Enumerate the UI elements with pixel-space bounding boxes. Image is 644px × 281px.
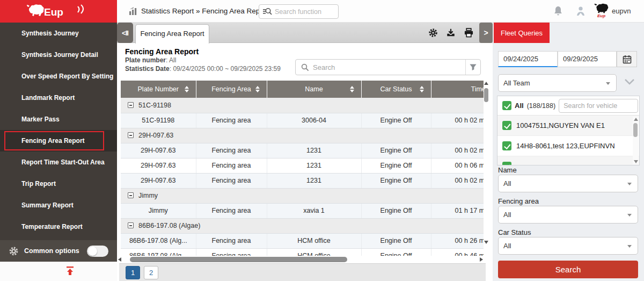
sidebar-item-label: Over Speed Report By Setting — [0, 66, 117, 87]
user-account-icon[interactable] — [575, 5, 586, 19]
vehicle-checkbox[interactable] — [502, 162, 511, 165]
table-search-input[interactable] — [313, 63, 460, 71]
table-horizontal-scrollbar[interactable] — [118, 257, 483, 263]
vehicle-scroll-thumb[interactable] — [633, 123, 638, 137]
column-header-fencing-area[interactable]: Fencing Area — [196, 81, 267, 98]
cell-car-status: Engine Off — [361, 233, 431, 248]
collapse-minus-icon[interactable] — [128, 102, 134, 108]
filter-select-name[interactable]: All — [498, 175, 638, 192]
vehicle-row[interactable]: 14H8-8061,test 123,EUPFINVN — [497, 136, 639, 156]
filter-select-car-status[interactable]: All — [498, 237, 638, 255]
horizontal-scroll-thumb[interactable] — [130, 257, 347, 262]
calendar-button[interactable] — [617, 51, 637, 67]
search-button[interactable]: Search — [498, 261, 638, 278]
table-row[interactable]: 29H-097.63Fencing area1231Engine Off00 h… — [121, 158, 484, 173]
sidebar-item-summary-report[interactable]: Summary Report — [0, 194, 117, 216]
collapse-minus-icon[interactable] — [128, 222, 134, 228]
app-logo[interactable]: Eup — [0, 0, 117, 23]
table-row[interactable]: 86B6-197.08 (Alg...Fencing areaHCM offic… — [121, 233, 484, 248]
scroll-up-arrow-icon[interactable] — [634, 118, 638, 121]
sort-down-icon — [420, 90, 424, 92]
vehicle-checkbox[interactable] — [502, 121, 511, 130]
sidebar-item-landmark-report[interactable]: Landmark Report — [0, 87, 117, 109]
sort-arrows-icon[interactable] — [350, 86, 354, 92]
app-header: Eup Statistics Report » Fencing Area Rep… — [0, 0, 644, 23]
table-row[interactable]: 51C-91198Fencing area3006-04Engine Off00… — [121, 113, 484, 128]
cell-car-status: Engine Off — [361, 173, 431, 188]
collapse-minus-icon[interactable] — [128, 192, 134, 198]
date-to-input[interactable]: 09/29/2025 — [558, 51, 617, 67]
page-button-2[interactable]: 2 — [144, 266, 158, 279]
date-from-input[interactable]: 09/24/2025 — [498, 51, 558, 67]
sidebar-item-synthesis-journey[interactable]: Synthesis Journey — [0, 23, 117, 44]
vehicle-label: 10047511,NGUYEN VAN E1 — [516, 121, 605, 129]
chevron-down-icon[interactable] — [623, 76, 636, 90]
scroll-down-arrow-icon[interactable] — [634, 160, 638, 163]
filter-select-fencing-area[interactable]: All — [498, 206, 638, 224]
collapse-sidebar-button[interactable]: <II — [117, 23, 133, 43]
sidebar-item-label: Synthesis Journey — [0, 23, 117, 44]
table-search-box[interactable] — [296, 63, 465, 71]
table-row[interactable]: 29H-097.63Fencing area1231Engine Off00 h… — [121, 173, 484, 188]
select-all-checkbox[interactable] — [502, 101, 511, 110]
column-header-plate-number[interactable]: Plate Number — [121, 81, 196, 98]
vehicle-row[interactable] — [497, 156, 639, 165]
vertical-scroll-thumb[interactable] — [484, 88, 488, 102]
common-options-toggle[interactable] — [87, 246, 108, 257]
table-group-row[interactable]: Jimmy — [121, 188, 484, 203]
cell-fencing-area: Fencing area — [196, 143, 267, 158]
table-row[interactable]: 29H-097.63Fencing area1231Engine Off00 h… — [121, 143, 484, 158]
sidebar-item-synthesis-journey-detail[interactable]: Synthesis Journey Detail — [0, 44, 117, 66]
sidebar-item-temperature-report[interactable]: Temperature Report — [0, 216, 117, 237]
group-cell: 86B6-197.08 (Algae) — [121, 218, 484, 233]
table-group-row[interactable]: 51C-91198 — [121, 98, 484, 113]
vehicle-checkbox[interactable] — [502, 141, 511, 150]
download-icon[interactable] — [446, 28, 456, 40]
cell-time: 00 h 02 m — [431, 143, 484, 158]
scroll-right-arrow-icon[interactable] — [480, 257, 483, 262]
settings-gear-icon[interactable] — [428, 28, 438, 40]
tab-fencing-area-report[interactable]: Fencing Area Report — [135, 24, 209, 44]
table-row[interactable]: JimmyFencing areaxavia 1Engine Off01 h 1… — [121, 203, 484, 218]
fleet-queries-panel: Fleet Queries 09/24/2025 09/29/2025 All … — [493, 23, 644, 281]
sidebar-item-over-speed-report-by-setting[interactable]: Over Speed Report By Setting — [0, 66, 117, 87]
sidebar-item-trip-report[interactable]: Trip Report — [0, 173, 117, 194]
filter-funnel-button[interactable] — [465, 60, 480, 75]
scroll-left-arrow-icon[interactable] — [118, 257, 121, 262]
collapse-minus-icon[interactable] — [128, 132, 134, 138]
sidebar-item-report-time-start-out-area[interactable]: Report Time Start-Out Area — [0, 152, 117, 173]
statistics-chart-icon — [129, 6, 138, 18]
page-button-1[interactable]: 1 — [126, 266, 140, 279]
team-select[interactable]: All Team — [498, 74, 617, 92]
sidebar-item-fencing-area-report[interactable]: Fencing Area Report — [0, 130, 117, 152]
function-search-input[interactable] — [275, 8, 328, 16]
vehicle-row[interactable]: 10047511,NGUYEN VAN E1 — [497, 116, 639, 136]
function-search-box[interactable] — [259, 4, 339, 19]
table-group-row[interactable]: 86B6-197.08 (Algae) — [121, 218, 484, 233]
table-group-row[interactable]: 29H-097.63 — [121, 128, 484, 143]
sidebar-item-label: Synthesis Journey Detail — [0, 44, 117, 66]
fleet-queries-button[interactable]: Fleet Queries — [494, 23, 550, 43]
sidebar-item-marker-pass[interactable]: Marker Pass — [0, 109, 117, 130]
sort-arrows-icon[interactable] — [420, 86, 424, 92]
panel-collapse-button[interactable]: > — [479, 23, 493, 43]
print-icon[interactable] — [464, 28, 474, 40]
cell-car-status: Engine Off — [361, 158, 431, 173]
notification-bell-icon[interactable] — [553, 5, 564, 19]
username-label[interactable]: eupvn — [612, 0, 631, 23]
plate-number-label: Plate number — [125, 56, 166, 64]
column-header-car-status[interactable]: Car Status — [361, 81, 431, 98]
column-header-time[interactable]: Time — [431, 81, 484, 98]
table-row[interactable]: 86B6-197.08 (Alg...Fencing areaHCM offic… — [121, 248, 484, 256]
table-vertical-scrollbar[interactable] — [484, 81, 489, 245]
vehicle-search-input[interactable] — [559, 99, 638, 113]
sort-arrows-icon[interactable] — [255, 86, 260, 92]
column-header-name[interactable]: Name — [267, 81, 361, 98]
sort-arrows-icon[interactable] — [185, 86, 189, 92]
scroll-up-arrow-icon[interactable] — [484, 82, 488, 85]
scroll-down-arrow-icon[interactable] — [484, 241, 488, 244]
scroll-to-top-icon[interactable] — [65, 266, 75, 278]
vehicle-list-scrollbar[interactable] — [633, 117, 639, 164]
eup-logo-icon: Eup — [26, 3, 91, 20]
common-options-bar[interactable]: Common options — [0, 240, 117, 262]
